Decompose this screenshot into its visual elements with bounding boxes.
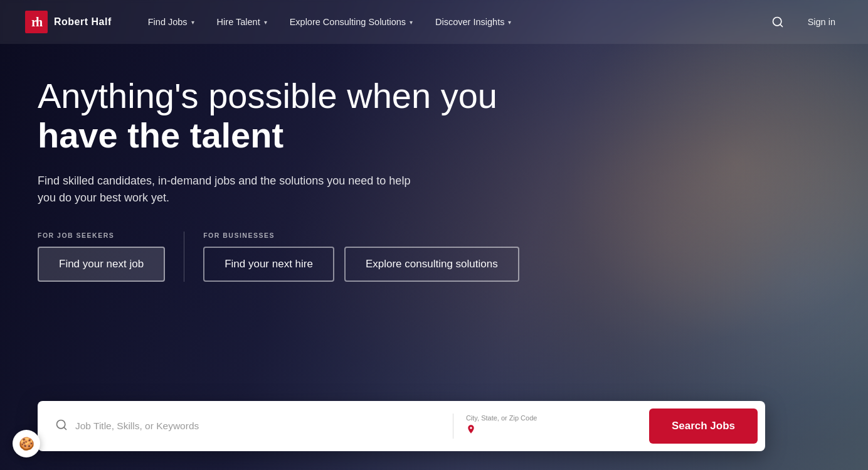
- search-divider: [453, 414, 453, 439]
- location-field-label: City, State, or Zip Code: [466, 414, 634, 422]
- hero-subtext: Find skilled candidates, in-demand jobs …: [38, 173, 426, 206]
- cta-area: FOR JOB SEEKERS Find your next job FOR B…: [0, 232, 868, 282]
- nav-links: Find Jobs ▾ Hire Talent ▾ Explore Consul…: [137, 12, 768, 32]
- search-field-icon: [55, 419, 68, 434]
- chevron-down-icon: ▾: [410, 19, 413, 26]
- main-nav: rh Robert Half Find Jobs ▾ Hire Talent ▾…: [0, 0, 868, 44]
- cookie-consent-button[interactable]: 🍪: [13, 430, 40, 457]
- sign-in-button[interactable]: Sign in: [800, 13, 843, 31]
- chevron-down-icon: ▾: [191, 19, 194, 26]
- find-next-job-button[interactable]: Find your next job: [38, 247, 165, 282]
- cta-label-businesses: FOR BUSINESSES: [203, 232, 519, 239]
- business-buttons: Find your next hire Explore consulting s…: [203, 247, 519, 282]
- hero-content: Anything's possible when you have the ta…: [0, 44, 868, 206]
- svg-line-1: [780, 24, 783, 27]
- job-title-input[interactable]: [75, 420, 440, 432]
- search-card: City, State, or Zip Code Cincinnati Sear…: [38, 401, 765, 451]
- search-section: City, State, or Zip Code Cincinnati Sear…: [0, 401, 868, 470]
- cookie-icon: 🍪: [19, 436, 34, 451]
- logo-text: Robert Half: [54, 16, 112, 28]
- explore-consulting-button[interactable]: Explore consulting solutions: [344, 247, 519, 282]
- nav-item-discover-insights[interactable]: Discover Insights ▾: [424, 12, 522, 32]
- location-input[interactable]: Cincinnati: [482, 425, 634, 436]
- cta-divider: [184, 232, 184, 282]
- chevron-down-icon: ▾: [264, 19, 267, 26]
- nav-item-find-jobs[interactable]: Find Jobs ▾: [137, 12, 206, 32]
- job-search-field: [45, 414, 450, 439]
- chevron-down-icon: ▾: [508, 19, 511, 26]
- cta-group-job-seekers: FOR JOB SEEKERS Find your next job: [38, 232, 165, 282]
- logo[interactable]: rh Robert Half: [25, 11, 112, 33]
- svg-line-3: [64, 427, 66, 429]
- nav-right: Sign in: [768, 12, 843, 32]
- nav-item-hire-talent[interactable]: Hire Talent ▾: [206, 12, 278, 32]
- cta-label-job-seekers: FOR JOB SEEKERS: [38, 232, 165, 239]
- search-icon[interactable]: [768, 12, 788, 32]
- cta-group-businesses: FOR BUSINESSES Find your next hire Explo…: [203, 232, 519, 282]
- hero-headline: Anything's possible when you have the ta…: [38, 77, 514, 155]
- nav-item-explore-consulting[interactable]: Explore Consulting Solutions ▾: [278, 12, 424, 32]
- location-row: Cincinnati: [466, 423, 634, 438]
- logo-mark: rh: [25, 11, 48, 33]
- search-jobs-button[interactable]: Search Jobs: [649, 409, 758, 444]
- location-field: City, State, or Zip Code Cincinnati: [456, 412, 644, 441]
- location-pin-icon: [466, 423, 476, 438]
- find-next-hire-button[interactable]: Find your next hire: [203, 247, 334, 282]
